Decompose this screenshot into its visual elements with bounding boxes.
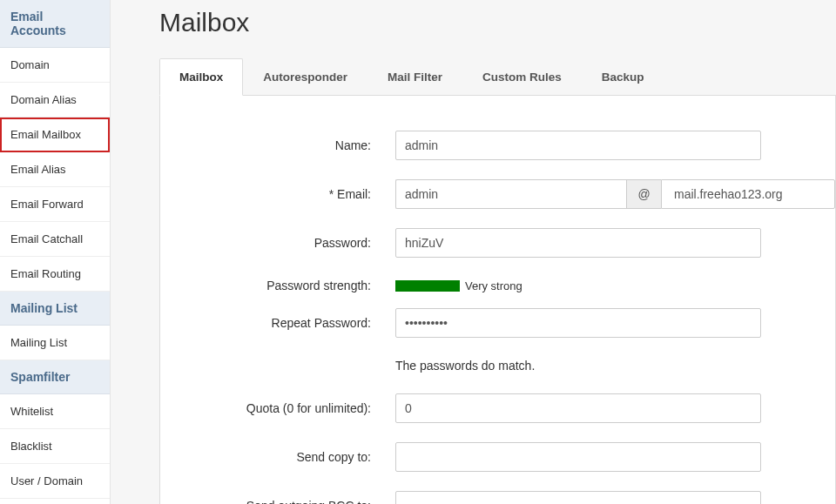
password-input[interactable] bbox=[395, 228, 761, 258]
password-label: Password: bbox=[160, 236, 395, 250]
tab-backup[interactable]: Backup bbox=[582, 58, 664, 95]
tab-custom-rules[interactable]: Custom Rules bbox=[462, 58, 582, 95]
sidebar-group-mailing-list: Mailing List bbox=[0, 292, 110, 326]
sidebar-item-whitelist[interactable]: Whitelist bbox=[0, 394, 110, 429]
send-copy-label: Send copy to: bbox=[160, 450, 395, 464]
quota-input[interactable] bbox=[395, 393, 761, 423]
sidebar-item-email-routing[interactable]: Email Routing bbox=[0, 257, 110, 292]
sidebar-item-user-domain[interactable]: User / Domain bbox=[0, 464, 110, 499]
name-label: Name: bbox=[160, 138, 395, 152]
sidebar-item-domain-alias[interactable]: Domain Alias bbox=[0, 83, 110, 118]
bcc-label: Send outgoing BCC to: bbox=[160, 499, 395, 504]
repeat-password-label: Repeat Password: bbox=[160, 316, 395, 330]
tab-autoresponder[interactable]: Autoresponder bbox=[243, 58, 367, 95]
sidebar-item-policy[interactable]: Policy bbox=[0, 499, 110, 504]
page-title: Mailbox bbox=[159, 0, 836, 58]
quota-label: Quota (0 for unlimited): bbox=[160, 401, 395, 415]
sidebar-item-email-alias[interactable]: Email Alias bbox=[0, 152, 110, 187]
sidebar-item-email-mailbox[interactable]: Email Mailbox bbox=[0, 118, 110, 152]
password-match-text: The passwords do match. bbox=[395, 359, 535, 373]
name-input[interactable] bbox=[395, 131, 761, 160]
sidebar-item-domain[interactable]: Domain bbox=[0, 48, 110, 83]
sidebar-group-email-accounts: Email Accounts bbox=[0, 0, 110, 48]
sidebar-item-email-forward[interactable]: Email Forward bbox=[0, 187, 110, 222]
email-label: * Email: bbox=[160, 187, 395, 201]
repeat-password-input[interactable] bbox=[395, 308, 761, 338]
bcc-input[interactable] bbox=[395, 491, 761, 504]
strength-text: Very strong bbox=[465, 279, 522, 292]
form-panel: Name: * Email: @ mail.freehao123.org Pas… bbox=[159, 96, 836, 504]
sidebar-item-blacklist[interactable]: Blacklist bbox=[0, 429, 110, 464]
email-at-label: @ bbox=[626, 179, 661, 209]
strength-bar bbox=[395, 280, 460, 292]
tab-mailbox[interactable]: Mailbox bbox=[159, 58, 243, 96]
sidebar: Email Accounts Domain Domain Alias Email… bbox=[0, 0, 111, 504]
sidebar-group-spamfilter: Spamfilter bbox=[0, 360, 110, 394]
tab-mail-filter[interactable]: Mail Filter bbox=[367, 58, 462, 95]
tabs: Mailbox Autoresponder Mail Filter Custom… bbox=[159, 58, 836, 96]
strength-label: Password strength: bbox=[160, 279, 395, 292]
sidebar-item-mailing-list[interactable]: Mailing List bbox=[0, 326, 110, 360]
sidebar-item-email-catchall[interactable]: Email Catchall bbox=[0, 222, 110, 257]
email-local-input[interactable] bbox=[395, 179, 626, 209]
email-domain-display[interactable]: mail.freehao123.org bbox=[661, 179, 835, 209]
main-content: Mailbox Mailbox Autoresponder Mail Filte… bbox=[111, 0, 836, 504]
send-copy-input[interactable] bbox=[395, 442, 761, 472]
